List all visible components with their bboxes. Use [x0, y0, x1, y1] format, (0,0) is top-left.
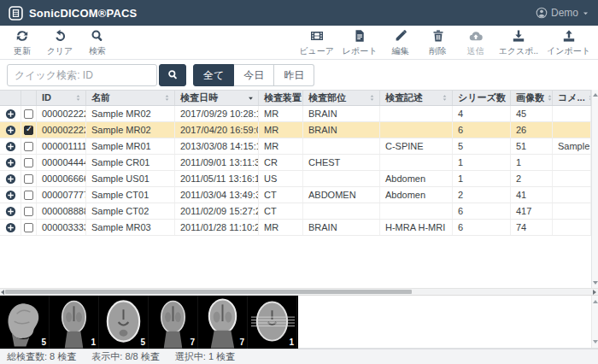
- row-checkbox[interactable]: [24, 158, 33, 167]
- import-button-label: インポート: [547, 45, 590, 57]
- cell-modality: CT: [259, 203, 303, 219]
- refresh-button-label: 更新: [14, 45, 31, 57]
- series-thumbnail[interactable]: 1: [248, 296, 297, 349]
- series-thumbnail[interactable]: 5: [99, 296, 149, 349]
- table-row[interactable]: 0000044444Sample CR012011/09/01 13:11:32…: [0, 155, 591, 171]
- row-checkbox[interactable]: [24, 174, 33, 184]
- column-header-label: 検査部位: [308, 91, 346, 105]
- column-header-images[interactable]: 画像数: [511, 91, 553, 105]
- send-button-label: 送信: [467, 45, 484, 57]
- checkbox-cell: [21, 106, 37, 121]
- column-header-label: シリーズ数: [458, 91, 506, 105]
- table-header-row: ID名前検査日時検査装置検査部位検査記述シリーズ数画像数コメ...: [0, 90, 591, 106]
- edit-button[interactable]: 編集: [382, 26, 419, 59]
- row-checkbox[interactable]: [24, 126, 33, 135]
- scroll-right-arrow-icon[interactable]: [593, 290, 596, 295]
- toolbar: 更新クリア検索 ビューアレポート編集削除送信エクスポ..インポート: [0, 26, 598, 60]
- cell-images: 74: [511, 220, 553, 235]
- cell-id: 0000033333: [37, 220, 86, 235]
- send-button[interactable]: 送信: [457, 26, 495, 59]
- filter-tab-today[interactable]: 今日: [234, 64, 274, 86]
- delete-button[interactable]: 削除: [419, 26, 457, 59]
- expand-row-button[interactable]: [5, 141, 16, 152]
- cell-bodypart: CHEST: [303, 155, 380, 170]
- thumbnail-count-badge: 5: [41, 338, 46, 347]
- scroll-left-arrow-icon[interactable]: [1, 290, 4, 295]
- app-title: SonicDICOM®PACS: [29, 7, 137, 20]
- export-button[interactable]: エクスポ..: [495, 26, 543, 59]
- report-icon: [353, 29, 366, 43]
- column-header-id[interactable]: ID: [37, 91, 86, 105]
- scroll-down-arrow-icon[interactable]: [593, 281, 598, 285]
- cell-description: H-MRA H-MRI: [380, 220, 453, 235]
- import-button[interactable]: インポート: [542, 26, 595, 59]
- filter-tab-yesterday[interactable]: 昨日: [274, 64, 314, 86]
- user-name: Demo: [551, 7, 578, 19]
- cell-datetime: 2013/03/08 14:15:16: [175, 138, 259, 154]
- row-checkbox[interactable]: [24, 191, 33, 200]
- cell-name: Sample CT02: [86, 203, 175, 219]
- expand-row-button[interactable]: [5, 206, 16, 217]
- cell-id: 0000022222: [37, 122, 86, 138]
- cell-modality: US: [259, 171, 303, 186]
- expand-row-button[interactable]: [5, 157, 16, 168]
- row-checkbox[interactable]: [24, 223, 33, 232]
- expand-row-button[interactable]: [5, 125, 16, 136]
- table-row[interactable]: 0000022222Sample MR022017/04/20 16:59:00…: [0, 122, 591, 138]
- column-header-description[interactable]: 検査記述: [380, 91, 453, 105]
- column-header-modality[interactable]: 検査装置: [259, 91, 303, 105]
- quick-search-button[interactable]: [159, 64, 186, 86]
- row-checkbox[interactable]: [24, 109, 33, 119]
- row-checkbox[interactable]: [24, 207, 33, 216]
- thumbnail-vertical-scrollbar[interactable]: [591, 296, 598, 348]
- column-header-bodypart[interactable]: 検査部位: [303, 91, 380, 105]
- plus-circle-icon: [5, 125, 16, 136]
- expand-row-button[interactable]: [5, 190, 16, 201]
- clear-button[interactable]: クリア: [41, 26, 79, 59]
- film-icon: [310, 29, 324, 43]
- series-thumbnail[interactable]: 1: [50, 296, 99, 349]
- scroll-up-arrow-icon[interactable]: [593, 93, 598, 97]
- user-menu[interactable]: Demo: [536, 7, 589, 19]
- sort-both-icon: [368, 94, 376, 102]
- refresh-button[interactable]: 更新: [3, 26, 41, 59]
- column-header-datetime[interactable]: 検査日時: [175, 91, 259, 105]
- table-row[interactable]: 0000011111Sample MR012013/03/08 14:15:16…: [0, 138, 591, 155]
- viewer-button[interactable]: ビューア: [295, 26, 338, 59]
- horizontal-scrollbar[interactable]: [0, 288, 598, 296]
- table-row[interactable]: 0000022222Sample MR022017/09/29 10:28:14…: [0, 106, 591, 122]
- expand-row-button[interactable]: [5, 109, 16, 120]
- cell-series: 2: [453, 187, 511, 203]
- report-button[interactable]: レポート: [338, 26, 382, 59]
- cell-name: Sample US01: [86, 171, 175, 186]
- expand-row-button[interactable]: [5, 222, 16, 233]
- scroll-down-arrow-icon[interactable]: [593, 340, 598, 343]
- series-thumbnail[interactable]: 7: [149, 296, 198, 349]
- column-header-series[interactable]: シリーズ数: [453, 91, 511, 105]
- table-row[interactable]: 0000088888Sample CT022011/02/09 15:27:20…: [0, 203, 591, 220]
- cell-comment: [553, 187, 591, 203]
- navbar: SonicDICOM®PACS Demo: [0, 0, 598, 26]
- column-header-name[interactable]: 名前: [86, 91, 175, 105]
- table-row[interactable]: 0000066666Sample US012011/05/11 13:16:14…: [0, 171, 591, 187]
- table-vertical-scrollbar[interactable]: [591, 90, 598, 288]
- table-row[interactable]: 0000033333Sample MR032011/01/28 11:10:26…: [0, 220, 591, 236]
- search-button[interactable]: 検索: [79, 26, 116, 59]
- checkbox-cell: [21, 220, 37, 235]
- series-thumbnail[interactable]: 7: [198, 296, 248, 349]
- cell-id: 0000044444: [37, 155, 86, 170]
- cell-series: 5: [453, 138, 511, 154]
- hscroll-thumb[interactable]: [5, 290, 412, 294]
- thumbnail-strip: 515771: [0, 296, 298, 349]
- column-header-comment[interactable]: コメ...: [553, 91, 591, 105]
- scroll-up-arrow-icon[interactable]: [593, 300, 598, 303]
- search-icon: [167, 69, 179, 80]
- row-checkbox[interactable]: [24, 142, 33, 151]
- series-thumbnail[interactable]: 5: [0, 296, 50, 349]
- quick-search-input[interactable]: [7, 64, 157, 86]
- caret-down-icon: [582, 9, 589, 17]
- filter-tab-all[interactable]: 全て: [193, 64, 234, 86]
- undo-icon: [53, 29, 67, 43]
- table-row[interactable]: 0000077777Sample CT012011/03/04 13:49:39…: [0, 187, 591, 203]
- expand-row-button[interactable]: [5, 173, 16, 185]
